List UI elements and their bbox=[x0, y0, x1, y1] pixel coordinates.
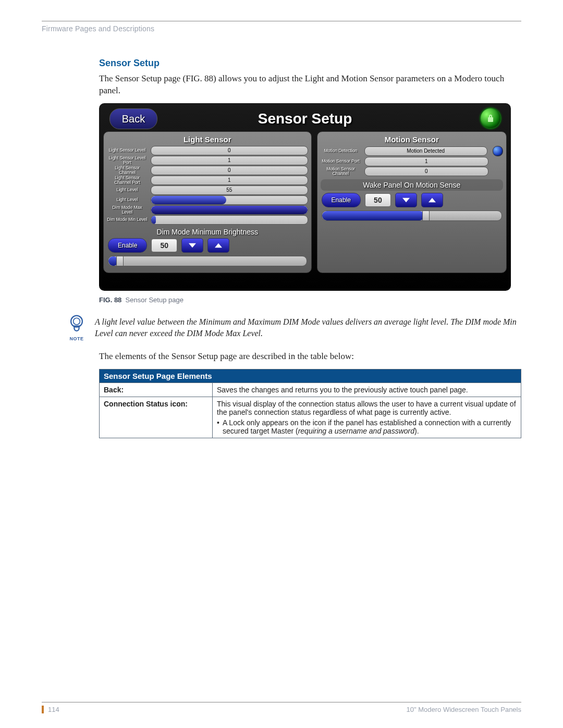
motion-row-label: Motion Sensor Channel bbox=[321, 167, 361, 176]
section-title: Sensor Setup bbox=[99, 58, 521, 69]
row-bullet: A Lock only appears on the icon if the p… bbox=[217, 418, 517, 435]
light-row-label: Light Sensor Channel bbox=[107, 166, 148, 175]
footer-title: 10" Modero Widescreen Touch Panels bbox=[407, 706, 521, 713]
wake-value: 50 bbox=[365, 193, 391, 207]
dim-min-slider[interactable] bbox=[151, 215, 308, 225]
chevron-up-icon bbox=[429, 196, 436, 204]
bullet-suffix: ). bbox=[414, 427, 419, 435]
figure-label: FIG. 88 bbox=[99, 296, 121, 304]
wake-sensitivity-slider[interactable] bbox=[322, 211, 502, 221]
intro-paragraph: The Sensor Setup page (FIG. 88) allows y… bbox=[99, 73, 521, 97]
breadcrumb: Firmware Pages and Descriptions bbox=[42, 24, 521, 33]
row-desc: This visual display of the connection st… bbox=[213, 397, 521, 438]
lock-icon bbox=[487, 114, 494, 122]
chevron-down-icon bbox=[189, 242, 196, 249]
motion-row-value: 0 bbox=[364, 167, 488, 176]
elements-table: Sensor Setup Page Elements Back: Saves t… bbox=[99, 369, 521, 438]
figure-desc: Sensor Setup page bbox=[126, 296, 183, 304]
wake-down-button[interactable] bbox=[395, 193, 417, 207]
table-intro: The elements of the Sensor Setup page ar… bbox=[99, 351, 521, 363]
light-sensor-heading: Light Sensor bbox=[107, 135, 308, 144]
light-level-bar-label: Light Level bbox=[107, 198, 148, 202]
motion-row: Motion Sensor Channel0 bbox=[321, 167, 503, 176]
svg-point-1 bbox=[74, 318, 80, 325]
motion-sensor-panel: Motion Sensor Motion Detection Motion De… bbox=[317, 131, 507, 273]
dim-mode-heading: Dim Mode Minimum Brightness bbox=[107, 228, 308, 236]
dim-enable-button[interactable]: Enable bbox=[108, 238, 147, 253]
dim-down-button[interactable] bbox=[181, 238, 203, 253]
motion-row-label: Motion Sensor Port bbox=[321, 159, 361, 164]
note-icon: NOTE bbox=[68, 314, 85, 341]
connection-status-icon bbox=[481, 108, 500, 128]
dim-min-label: Dim Mode Min Level bbox=[107, 217, 148, 222]
light-row-value: 1 bbox=[151, 156, 308, 165]
table-header: Sensor Setup Page Elements bbox=[100, 369, 521, 382]
figure-caption: FIG. 88 Sensor Setup page bbox=[99, 296, 521, 304]
dim-up-button[interactable] bbox=[207, 238, 229, 253]
light-sensor-panel: Light Sensor Light Sensor Level0Light Se… bbox=[103, 131, 312, 273]
wake-up-button[interactable] bbox=[421, 193, 443, 207]
dim-max-label: Dim Mode Max Level bbox=[107, 205, 148, 215]
light-row-label: Light Sensor Channel Port bbox=[107, 176, 148, 185]
light-row: Light Sensor Channel Port1 bbox=[107, 176, 308, 185]
light-row-label: Light Sensor Level Port bbox=[107, 156, 148, 165]
motion-sensor-heading: Motion Sensor bbox=[321, 135, 503, 144]
panel-title: Sensor Setup bbox=[258, 110, 352, 127]
chevron-up-icon bbox=[215, 242, 222, 249]
motion-detection-label: Motion Detection bbox=[321, 149, 361, 153]
note-label: NOTE bbox=[68, 336, 85, 341]
motion-row-value: 1 bbox=[364, 157, 488, 166]
wake-panel-heading: Wake Panel On Motion Sense bbox=[321, 179, 503, 191]
page-number: 114 bbox=[42, 706, 59, 713]
motion-detection-value: Motion Detected bbox=[364, 146, 487, 156]
chevron-down-icon bbox=[402, 196, 410, 204]
light-row-value: 55 bbox=[151, 186, 308, 195]
bullet-italic: requiring a username and password bbox=[298, 427, 414, 435]
back-button[interactable]: Back bbox=[109, 108, 157, 129]
dim-value: 50 bbox=[151, 239, 177, 252]
light-row-value: 0 bbox=[151, 166, 308, 175]
light-row: Light Sensor Level0 bbox=[107, 146, 308, 155]
dim-brightness-slider[interactable] bbox=[108, 256, 307, 266]
table-row: Back: Saves the changes and returns you … bbox=[100, 382, 521, 397]
light-row: Light Sensor Channel0 bbox=[107, 166, 308, 175]
light-row: Light Level55 bbox=[107, 186, 308, 195]
light-level-slider[interactable] bbox=[151, 195, 308, 205]
row-key: Connection Status icon: bbox=[100, 397, 213, 438]
row-key: Back: bbox=[100, 382, 213, 397]
row-desc-main: This visual display of the connection st… bbox=[217, 400, 516, 416]
note-text: A light level value between the Minimum … bbox=[95, 316, 521, 339]
wake-enable-button[interactable]: Enable bbox=[322, 193, 361, 207]
figure-sensor-setup: Back Sensor Setup Light Sensor Light Sen… bbox=[99, 103, 511, 291]
motion-indicator bbox=[493, 146, 503, 156]
page-footer: 114 10" Modero Widescreen Touch Panels bbox=[42, 702, 521, 713]
svg-point-0 bbox=[71, 316, 82, 327]
light-row-label: Light Sensor Level bbox=[107, 148, 148, 153]
row-desc: Saves the changes and returns you to the… bbox=[213, 382, 521, 397]
light-row-label: Light Level bbox=[107, 188, 148, 192]
motion-row: Motion Sensor Port1 bbox=[321, 157, 503, 166]
dim-max-slider[interactable] bbox=[151, 205, 308, 215]
light-row-value: 1 bbox=[151, 176, 308, 185]
light-row-value: 0 bbox=[151, 146, 308, 155]
lightbulb-icon bbox=[68, 314, 85, 335]
light-row: Light Sensor Level Port1 bbox=[107, 156, 308, 165]
table-row: Connection Status icon: This visual disp… bbox=[100, 397, 521, 438]
